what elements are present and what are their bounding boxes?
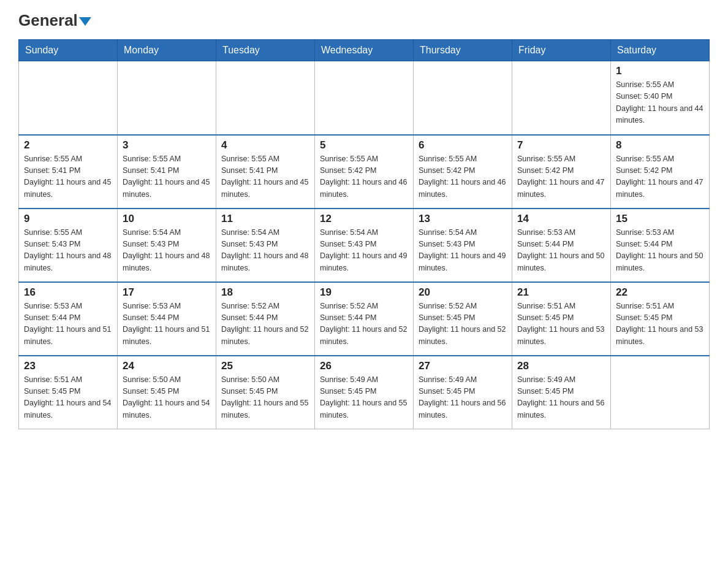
day-number: 8 bbox=[616, 139, 704, 151]
day-number: 3 bbox=[123, 139, 211, 151]
day-info: Sunrise: 5:55 AM Sunset: 5:43 PM Dayligh… bbox=[24, 227, 112, 275]
day-info: Sunrise: 5:55 AM Sunset: 5:42 PM Dayligh… bbox=[419, 153, 507, 201]
day-info: Sunrise: 5:55 AM Sunset: 5:41 PM Dayligh… bbox=[24, 153, 112, 201]
day-number: 2 bbox=[24, 139, 112, 151]
calendar-week-row: 16Sunrise: 5:53 AM Sunset: 5:44 PM Dayli… bbox=[19, 282, 710, 356]
day-info: Sunrise: 5:54 AM Sunset: 5:43 PM Dayligh… bbox=[123, 227, 211, 275]
calendar-day-cell: 3Sunrise: 5:55 AM Sunset: 5:41 PM Daylig… bbox=[118, 135, 216, 209]
calendar-day-cell bbox=[512, 61, 611, 135]
day-number: 15 bbox=[616, 213, 704, 225]
day-number: 22 bbox=[616, 286, 704, 299]
day-number: 19 bbox=[320, 286, 408, 299]
calendar-day-cell: 19Sunrise: 5:52 AM Sunset: 5:44 PM Dayli… bbox=[315, 282, 414, 356]
calendar-header-sunday: Sunday bbox=[19, 40, 118, 61]
calendar-day-cell: 13Sunrise: 5:54 AM Sunset: 5:43 PM Dayli… bbox=[414, 209, 512, 282]
calendar-day-cell: 7Sunrise: 5:55 AM Sunset: 5:42 PM Daylig… bbox=[512, 135, 611, 209]
calendar-day-cell: 10Sunrise: 5:54 AM Sunset: 5:43 PM Dayli… bbox=[118, 209, 216, 282]
calendar-day-cell: 11Sunrise: 5:54 AM Sunset: 5:43 PM Dayli… bbox=[216, 209, 315, 282]
calendar-day-cell: 1Sunrise: 5:55 AM Sunset: 5:40 PM Daylig… bbox=[611, 61, 710, 135]
calendar-day-cell: 16Sunrise: 5:53 AM Sunset: 5:44 PM Dayli… bbox=[19, 282, 118, 356]
calendar-day-cell: 2Sunrise: 5:55 AM Sunset: 5:41 PM Daylig… bbox=[19, 135, 118, 209]
day-info: Sunrise: 5:50 AM Sunset: 5:45 PM Dayligh… bbox=[123, 374, 211, 422]
calendar-day-cell bbox=[414, 61, 512, 135]
calendar-week-row: 1Sunrise: 5:55 AM Sunset: 5:40 PM Daylig… bbox=[19, 61, 710, 135]
day-info: Sunrise: 5:53 AM Sunset: 5:44 PM Dayligh… bbox=[24, 301, 112, 348]
calendar-day-cell: 9Sunrise: 5:55 AM Sunset: 5:43 PM Daylig… bbox=[19, 209, 118, 282]
calendar-day-cell: 15Sunrise: 5:53 AM Sunset: 5:44 PM Dayli… bbox=[611, 209, 710, 282]
calendar-day-cell: 20Sunrise: 5:52 AM Sunset: 5:45 PM Dayli… bbox=[414, 282, 512, 356]
day-number: 12 bbox=[320, 213, 408, 225]
calendar-day-cell: 24Sunrise: 5:50 AM Sunset: 5:45 PM Dayli… bbox=[118, 356, 216, 429]
logo: General bbox=[18, 12, 91, 27]
day-info: Sunrise: 5:55 AM Sunset: 5:40 PM Dayligh… bbox=[616, 79, 704, 127]
calendar-day-cell: 6Sunrise: 5:55 AM Sunset: 5:42 PM Daylig… bbox=[414, 135, 512, 209]
calendar-day-cell: 18Sunrise: 5:52 AM Sunset: 5:44 PM Dayli… bbox=[216, 282, 315, 356]
day-number: 9 bbox=[24, 213, 112, 225]
day-number: 7 bbox=[517, 139, 605, 151]
calendar-header-row: SundayMondayTuesdayWednesdayThursdayFrid… bbox=[19, 40, 710, 61]
day-number: 23 bbox=[24, 360, 112, 372]
day-number: 28 bbox=[517, 360, 605, 372]
logo-general-text: General bbox=[18, 12, 91, 28]
day-info: Sunrise: 5:53 AM Sunset: 5:44 PM Dayligh… bbox=[517, 227, 605, 275]
day-info: Sunrise: 5:55 AM Sunset: 5:41 PM Dayligh… bbox=[221, 153, 309, 201]
calendar-header-monday: Monday bbox=[118, 40, 216, 61]
day-info: Sunrise: 5:51 AM Sunset: 5:45 PM Dayligh… bbox=[616, 301, 704, 348]
logo-arrow-icon bbox=[79, 17, 91, 26]
calendar-day-cell: 28Sunrise: 5:49 AM Sunset: 5:45 PM Dayli… bbox=[512, 356, 611, 429]
calendar-day-cell: 8Sunrise: 5:55 AM Sunset: 5:42 PM Daylig… bbox=[611, 135, 710, 209]
day-number: 18 bbox=[221, 286, 309, 299]
calendar-day-cell: 14Sunrise: 5:53 AM Sunset: 5:44 PM Dayli… bbox=[512, 209, 611, 282]
day-info: Sunrise: 5:49 AM Sunset: 5:45 PM Dayligh… bbox=[517, 374, 605, 422]
day-number: 16 bbox=[24, 286, 112, 299]
day-number: 14 bbox=[517, 213, 605, 225]
calendar-week-row: 2Sunrise: 5:55 AM Sunset: 5:41 PM Daylig… bbox=[19, 135, 710, 209]
calendar-day-cell bbox=[118, 61, 216, 135]
calendar-day-cell: 26Sunrise: 5:49 AM Sunset: 5:45 PM Dayli… bbox=[315, 356, 414, 429]
day-number: 24 bbox=[123, 360, 211, 372]
day-info: Sunrise: 5:52 AM Sunset: 5:44 PM Dayligh… bbox=[320, 301, 408, 348]
calendar-day-cell: 22Sunrise: 5:51 AM Sunset: 5:45 PM Dayli… bbox=[611, 282, 710, 356]
calendar-day-cell bbox=[611, 356, 710, 429]
day-number: 11 bbox=[221, 213, 309, 225]
calendar-header-friday: Friday bbox=[512, 40, 611, 61]
calendar-day-cell: 5Sunrise: 5:55 AM Sunset: 5:42 PM Daylig… bbox=[315, 135, 414, 209]
calendar-day-cell: 27Sunrise: 5:49 AM Sunset: 5:45 PM Dayli… bbox=[414, 356, 512, 429]
calendar-day-cell: 21Sunrise: 5:51 AM Sunset: 5:45 PM Dayli… bbox=[512, 282, 611, 356]
calendar-header-tuesday: Tuesday bbox=[216, 40, 315, 61]
day-number: 20 bbox=[419, 286, 507, 299]
day-info: Sunrise: 5:52 AM Sunset: 5:44 PM Dayligh… bbox=[221, 301, 309, 348]
day-number: 26 bbox=[320, 360, 408, 372]
day-number: 4 bbox=[221, 139, 309, 151]
day-number: 17 bbox=[123, 286, 211, 299]
day-info: Sunrise: 5:54 AM Sunset: 5:43 PM Dayligh… bbox=[221, 227, 309, 275]
day-info: Sunrise: 5:55 AM Sunset: 5:42 PM Dayligh… bbox=[517, 153, 605, 201]
calendar-day-cell bbox=[216, 61, 315, 135]
day-info: Sunrise: 5:53 AM Sunset: 5:44 PM Dayligh… bbox=[123, 301, 211, 348]
day-number: 21 bbox=[517, 286, 605, 299]
calendar-table: SundayMondayTuesdayWednesdayThursdayFrid… bbox=[18, 39, 710, 429]
day-number: 6 bbox=[419, 139, 507, 151]
day-number: 10 bbox=[123, 213, 211, 225]
day-info: Sunrise: 5:50 AM Sunset: 5:45 PM Dayligh… bbox=[221, 374, 309, 422]
day-info: Sunrise: 5:49 AM Sunset: 5:45 PM Dayligh… bbox=[419, 374, 507, 422]
calendar-week-row: 23Sunrise: 5:51 AM Sunset: 5:45 PM Dayli… bbox=[19, 356, 710, 429]
day-number: 1 bbox=[616, 65, 704, 77]
day-number: 27 bbox=[419, 360, 507, 372]
calendar-week-row: 9Sunrise: 5:55 AM Sunset: 5:43 PM Daylig… bbox=[19, 209, 710, 282]
day-info: Sunrise: 5:55 AM Sunset: 5:41 PM Dayligh… bbox=[123, 153, 211, 201]
day-info: Sunrise: 5:54 AM Sunset: 5:43 PM Dayligh… bbox=[320, 227, 408, 275]
day-number: 25 bbox=[221, 360, 309, 372]
day-number: 13 bbox=[419, 213, 507, 225]
page-header: General bbox=[18, 12, 710, 27]
calendar-day-cell bbox=[19, 61, 118, 135]
day-info: Sunrise: 5:53 AM Sunset: 5:44 PM Dayligh… bbox=[616, 227, 704, 275]
day-info: Sunrise: 5:52 AM Sunset: 5:45 PM Dayligh… bbox=[419, 301, 507, 348]
day-info: Sunrise: 5:49 AM Sunset: 5:45 PM Dayligh… bbox=[320, 374, 408, 422]
day-info: Sunrise: 5:54 AM Sunset: 5:43 PM Dayligh… bbox=[419, 227, 507, 275]
calendar-header-saturday: Saturday bbox=[611, 40, 710, 61]
calendar-header-wednesday: Wednesday bbox=[315, 40, 414, 61]
day-info: Sunrise: 5:55 AM Sunset: 5:42 PM Dayligh… bbox=[320, 153, 408, 201]
day-info: Sunrise: 5:55 AM Sunset: 5:42 PM Dayligh… bbox=[616, 153, 704, 201]
calendar-day-cell: 12Sunrise: 5:54 AM Sunset: 5:43 PM Dayli… bbox=[315, 209, 414, 282]
